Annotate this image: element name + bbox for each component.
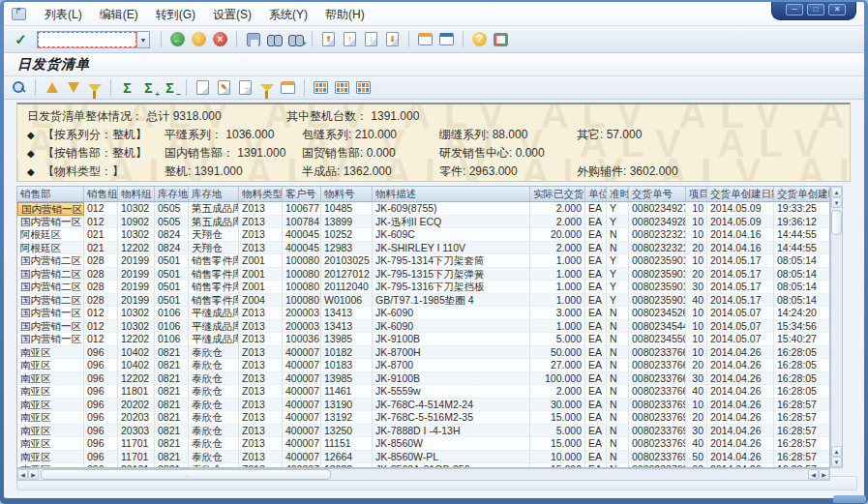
cell[interactable]: 50.000	[530, 346, 585, 360]
cell[interactable]: 泰欣仓	[189, 359, 239, 372]
cell[interactable]: 15.000	[530, 437, 585, 451]
cell[interactable]: JK-SHIRLEY I 110V	[373, 242, 530, 255]
cell[interactable]: Z013	[239, 437, 283, 451]
customize-icon[interactable]	[492, 31, 510, 48]
cell[interactable]: 096	[84, 437, 118, 451]
scroll-up-icon[interactable]: ▲	[831, 446, 842, 457]
cell[interactable]: Y	[607, 268, 629, 282]
cell[interactable]: 08:05:14	[774, 254, 830, 268]
table-row[interactable]: 阿根廷区021122020824天翔仓Z01340004512983JK-SHI…	[17, 242, 830, 255]
cell[interactable]: JK-795-1316下刀架挡板	[373, 281, 530, 294]
cell[interactable]: EA	[585, 399, 607, 412]
cell[interactable]: 30	[686, 425, 707, 438]
cell[interactable]: 0080233766	[629, 372, 686, 386]
last-page-icon[interactable]: ⇓	[383, 31, 402, 48]
cell[interactable]: 11461	[321, 385, 373, 399]
cell[interactable]: 10402	[118, 346, 155, 360]
cell[interactable]: JK-迅利II ECQ	[373, 216, 530, 229]
cell[interactable]: JK-609(8755)	[373, 202, 530, 216]
cell[interactable]: 1.000	[530, 281, 585, 294]
cell[interactable]: EA	[585, 254, 607, 268]
cell[interactable]: 0821	[155, 437, 189, 451]
cell[interactable]: 2014.04.26	[707, 399, 774, 412]
cell[interactable]: 南亚区	[17, 385, 84, 399]
cell[interactable]: 0080234544	[629, 320, 686, 334]
cell[interactable]: 泰欣仓	[189, 399, 239, 412]
command-input[interactable]	[37, 31, 137, 48]
cell[interactable]: 012	[84, 216, 118, 229]
cell[interactable]: Z013	[239, 385, 283, 399]
cell[interactable]: 021	[84, 228, 118, 242]
print-preview-icon[interactable]	[194, 79, 212, 97]
cell[interactable]: 0080235901	[629, 268, 686, 282]
cell[interactable]: 泰欣仓	[189, 372, 239, 386]
column-header[interactable]: 准时	[607, 187, 629, 202]
cell[interactable]: 2014.04.16	[707, 242, 774, 255]
find-icon[interactable]	[265, 31, 284, 48]
column-header[interactable]: 客户号	[283, 187, 321, 202]
choose-layout-icon[interactable]	[312, 79, 330, 97]
cell[interactable]: 096	[84, 451, 118, 464]
cell[interactable]: 2014.05.17	[707, 294, 774, 308]
menu-item-y[interactable]: 系统(Y)	[260, 5, 316, 24]
subtotal-icon[interactable]: +Σ	[139, 79, 158, 97]
command-dropdown-icon[interactable]: ▼	[137, 31, 150, 48]
cell[interactable]: 0080233766	[629, 385, 686, 399]
cell[interactable]: 0080233769	[629, 437, 686, 451]
cell[interactable]: 096	[84, 411, 118, 425]
cell[interactable]: 100784	[283, 216, 321, 229]
cell[interactable]: JK-9100B	[373, 372, 530, 386]
cell[interactable]: 16:28:05	[774, 385, 830, 399]
detail-icon[interactable]	[10, 79, 28, 97]
column-header[interactable]: 销售组	[84, 187, 118, 202]
table-row[interactable]: 国内营销一区012122020106平缝成品库1Z01310003613985J…	[17, 333, 830, 346]
cell[interactable]: 0501	[155, 254, 189, 268]
cell[interactable]: Z013	[239, 333, 283, 346]
cell[interactable]: EA	[585, 268, 607, 282]
cell[interactable]: 50	[686, 451, 707, 464]
cell[interactable]: 20303	[118, 425, 155, 438]
cell[interactable]: Z013	[239, 451, 283, 464]
cell[interactable]: 12202	[118, 242, 155, 255]
cell[interactable]: 10902	[118, 216, 155, 229]
column-header[interactable]: 销售部	[17, 187, 84, 202]
table-row[interactable]: 南亚区096122020821泰欣仓Z01340000713985JK-9100…	[17, 372, 830, 386]
cell[interactable]: EA	[585, 242, 607, 255]
cell[interactable]: 20	[686, 359, 707, 372]
cell[interactable]: 销售零件库	[189, 294, 239, 308]
column-header[interactable]: 实际已交货数	[530, 187, 585, 202]
table-row[interactable]: 国内营销一区012103020106平缝成品库1Z01320000313413J…	[17, 320, 830, 334]
cell[interactable]: 400007	[283, 372, 321, 386]
column-header[interactable]: 库存地	[155, 187, 189, 202]
column-header[interactable]: 交货单创建日期	[707, 187, 774, 202]
cell[interactable]: 泰欣仓	[189, 451, 239, 464]
cell[interactable]: N	[607, 385, 629, 399]
cell[interactable]: EA	[585, 228, 607, 242]
cell[interactable]: 27.000	[530, 359, 585, 372]
close-button[interactable]: ✕	[828, 4, 846, 15]
cell[interactable]: EA	[585, 294, 607, 308]
cell[interactable]: 10182	[321, 346, 373, 360]
cell[interactable]: 1.000	[530, 320, 585, 334]
cell[interactable]: 国内营销二区	[17, 254, 84, 268]
cell[interactable]: 2014.05.09	[707, 216, 774, 229]
cancel-icon[interactable]: ×	[211, 31, 229, 48]
cell[interactable]: 2014.04.26	[707, 425, 774, 438]
cell[interactable]: 0501	[155, 268, 189, 282]
cell[interactable]: Z013	[239, 320, 283, 334]
cell[interactable]: EA	[585, 281, 607, 294]
cell[interactable]: 10.000	[530, 451, 585, 464]
cell[interactable]: Y	[607, 254, 629, 268]
cell[interactable]: N	[607, 437, 629, 451]
cell[interactable]: 10	[686, 346, 707, 360]
enter-icon[interactable]: ✓	[12, 31, 30, 48]
cell[interactable]: 10302	[118, 320, 155, 334]
cell[interactable]: 16:28:05	[774, 372, 830, 386]
scroll-down-icon[interactable]: ▼	[831, 197, 842, 208]
cell[interactable]: 14:24:20	[774, 307, 830, 320]
cell[interactable]: 泰欣仓	[189, 346, 239, 360]
cell[interactable]: EA	[585, 425, 607, 438]
cell[interactable]: 国内营销二区	[17, 281, 84, 294]
cell[interactable]: 012	[84, 333, 118, 346]
cell[interactable]: Y	[607, 281, 629, 294]
